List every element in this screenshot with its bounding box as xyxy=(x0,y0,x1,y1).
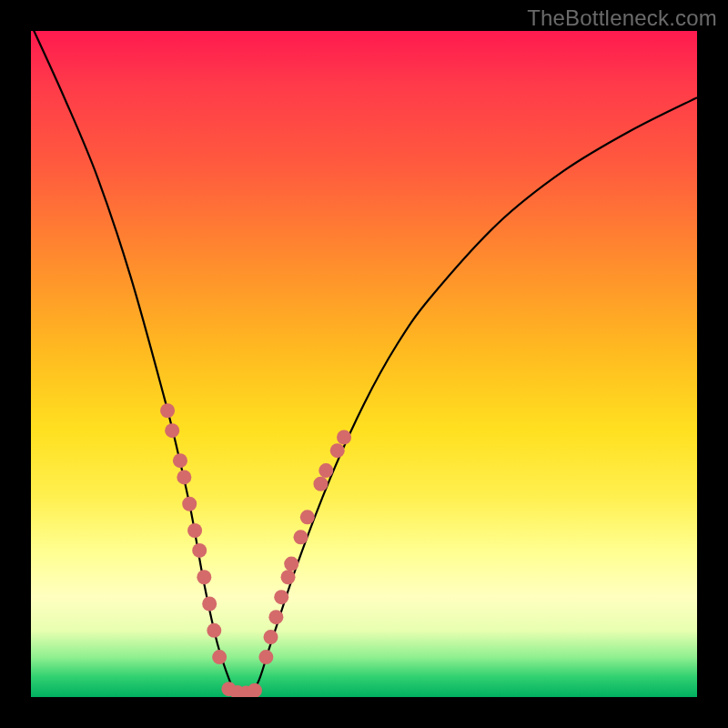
data-point xyxy=(300,510,315,524)
data-point xyxy=(313,477,328,491)
data-point xyxy=(197,570,211,584)
data-point xyxy=(207,623,221,638)
data-point xyxy=(337,430,351,445)
data-point xyxy=(177,470,191,484)
data-point xyxy=(212,650,227,664)
data-point xyxy=(264,630,278,644)
data-point xyxy=(284,557,298,571)
curve-overlay xyxy=(31,31,697,697)
data-point xyxy=(258,650,273,664)
data-point xyxy=(318,463,333,478)
data-point xyxy=(192,543,207,558)
chart-frame: TheBottleneck.com xyxy=(0,0,728,728)
data-point xyxy=(330,443,345,458)
data-point xyxy=(274,590,288,604)
data-point xyxy=(182,497,197,511)
data-point xyxy=(293,530,308,544)
data-point xyxy=(202,597,217,612)
data-point xyxy=(281,570,296,584)
data-point xyxy=(187,523,202,538)
data-point xyxy=(268,610,283,624)
data-point xyxy=(160,403,175,418)
watermark-text: TheBottleneck.com xyxy=(527,5,717,31)
data-point xyxy=(165,423,179,438)
v-curve xyxy=(31,31,697,697)
data-point xyxy=(173,453,187,468)
plot-area xyxy=(31,31,697,697)
data-point xyxy=(248,683,262,697)
